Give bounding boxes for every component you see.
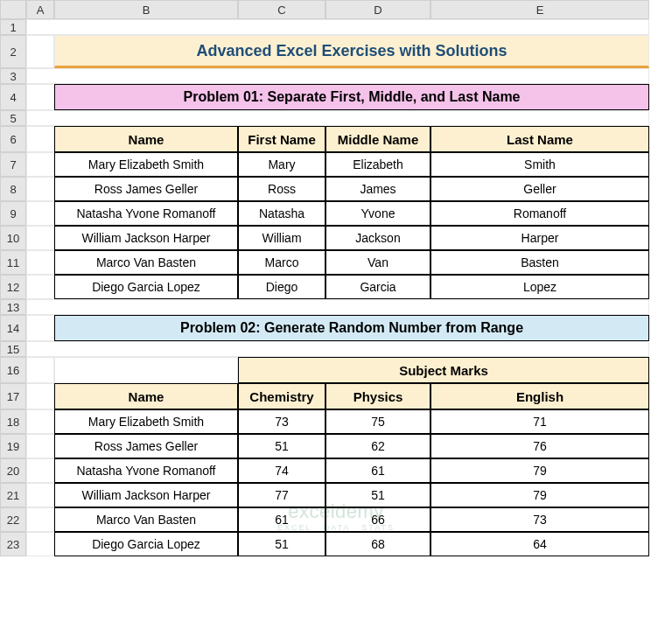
table2-cell[interactable]: 62 — [326, 434, 430, 458]
table2-cell[interactable]: 77 — [238, 483, 326, 507]
empty-cell[interactable] — [26, 409, 54, 434]
table2-cell[interactable]: 51 — [238, 434, 326, 458]
row-header[interactable]: 12 — [0, 275, 26, 299]
empty-cell[interactable] — [26, 315, 54, 341]
row-header[interactable]: 20 — [0, 458, 26, 483]
row-header[interactable]: 22 — [0, 507, 26, 532]
table2-cell[interactable]: 66 — [326, 507, 430, 532]
empty-cell[interactable] — [26, 250, 54, 275]
table2-cell[interactable]: 73 — [238, 409, 326, 434]
empty-cell[interactable] — [26, 507, 54, 532]
row-header[interactable]: 1 — [0, 19, 26, 35]
table1-cell[interactable]: William — [238, 226, 326, 250]
table2-cell[interactable]: 68 — [326, 532, 430, 556]
table1-cell[interactable]: Garcia — [326, 275, 430, 299]
table2-cell[interactable]: 61 — [326, 458, 430, 483]
row-header[interactable]: 8 — [0, 177, 26, 201]
row-header[interactable]: 5 — [0, 110, 26, 126]
table1-cell[interactable]: Smith — [430, 152, 649, 177]
empty-cell[interactable] — [54, 357, 238, 383]
empty-cell[interactable] — [26, 126, 54, 152]
empty-cell[interactable] — [26, 299, 649, 315]
empty-cell[interactable] — [26, 458, 54, 483]
table1-cell[interactable]: William Jackson Harper — [54, 226, 238, 250]
empty-cell[interactable] — [26, 226, 54, 250]
table1-cell[interactable]: Van — [326, 250, 430, 275]
table1-cell[interactable]: Marco — [238, 250, 326, 275]
col-header[interactable] — [0, 0, 26, 19]
table1-cell[interactable]: Natasha — [238, 201, 326, 226]
table1-cell[interactable]: Mary — [238, 152, 326, 177]
table1-cell[interactable]: Diego — [238, 275, 326, 299]
table2-cell[interactable]: 76 — [430, 434, 649, 458]
empty-cell[interactable] — [26, 110, 649, 126]
empty-cell[interactable] — [26, 84, 54, 110]
col-header[interactable]: A — [26, 0, 54, 19]
table1-cell[interactable]: Ross — [238, 177, 326, 201]
table2-header[interactable]: English — [430, 383, 649, 409]
table2-cell[interactable]: Ross James Geller — [54, 434, 238, 458]
empty-cell[interactable] — [26, 68, 649, 84]
table1-header[interactable]: Last Name — [430, 126, 649, 152]
table1-header[interactable]: First Name — [238, 126, 326, 152]
empty-cell[interactable] — [26, 434, 54, 458]
empty-cell[interactable] — [26, 532, 54, 556]
empty-cell[interactable] — [26, 357, 54, 383]
table1-header[interactable]: Name — [54, 126, 238, 152]
row-header[interactable]: 6 — [0, 126, 26, 152]
table2-cell[interactable]: William Jackson Harper — [54, 483, 238, 507]
table1-cell[interactable]: Natasha Yvone Romanoff — [54, 201, 238, 226]
table1-cell[interactable]: Harper — [430, 226, 649, 250]
empty-cell[interactable] — [26, 483, 54, 507]
row-header[interactable]: 14 — [0, 315, 26, 341]
row-header[interactable]: 16 — [0, 357, 26, 383]
table2-cell[interactable]: 79 — [430, 483, 649, 507]
empty-cell[interactable] — [26, 177, 54, 201]
table2-cell[interactable]: 73 — [430, 507, 649, 532]
table1-cell[interactable]: Diego Garcia Lopez — [54, 275, 238, 299]
table1-cell[interactable]: Yvone — [326, 201, 430, 226]
row-header[interactable]: 21 — [0, 483, 26, 507]
row-header[interactable]: 19 — [0, 434, 26, 458]
table1-cell[interactable]: Ross James Geller — [54, 177, 238, 201]
row-header[interactable]: 23 — [0, 532, 26, 556]
table1-cell[interactable]: Basten — [430, 250, 649, 275]
table2-header[interactable]: Physics — [326, 383, 430, 409]
empty-cell[interactable] — [26, 383, 54, 409]
row-header[interactable]: 11 — [0, 250, 26, 275]
table1-cell[interactable]: Lopez — [430, 275, 649, 299]
empty-cell[interactable] — [26, 341, 649, 357]
table2-cell[interactable]: Diego Garcia Lopez — [54, 532, 238, 556]
empty-cell[interactable] — [26, 35, 54, 68]
table2-cell[interactable]: 71 — [430, 409, 649, 434]
table2-cell[interactable]: Natasha Yvone Romanoff — [54, 458, 238, 483]
row-header[interactable]: 9 — [0, 201, 26, 226]
col-header[interactable]: D — [326, 0, 430, 19]
row-header[interactable]: 10 — [0, 226, 26, 250]
table2-cell[interactable]: 51 — [326, 483, 430, 507]
row-header[interactable]: 13 — [0, 299, 26, 315]
table2-cell[interactable]: 61 — [238, 507, 326, 532]
col-header[interactable]: E — [430, 0, 649, 19]
row-header[interactable]: 17 — [0, 383, 26, 409]
table1-header[interactable]: Middle Name — [326, 126, 430, 152]
table1-cell[interactable]: Elizabeth — [326, 152, 430, 177]
row-header[interactable]: 2 — [0, 35, 26, 68]
table1-cell[interactable]: Geller — [430, 177, 649, 201]
empty-cell[interactable] — [26, 19, 649, 35]
table2-cell[interactable]: 74 — [238, 458, 326, 483]
table2-cell[interactable]: 79 — [430, 458, 649, 483]
table1-cell[interactable]: James — [326, 177, 430, 201]
empty-cell[interactable] — [26, 275, 54, 299]
table1-cell[interactable]: Mary Elizabeth Smith — [54, 152, 238, 177]
table2-cell[interactable]: 64 — [430, 532, 649, 556]
empty-cell[interactable] — [26, 201, 54, 226]
table1-cell[interactable]: Romanoff — [430, 201, 649, 226]
table2-header[interactable]: Chemistry — [238, 383, 326, 409]
row-header[interactable]: 3 — [0, 68, 26, 84]
row-header[interactable]: 4 — [0, 84, 26, 110]
row-header[interactable]: 15 — [0, 341, 26, 357]
table2-cell[interactable]: 75 — [326, 409, 430, 434]
row-header[interactable]: 18 — [0, 409, 26, 434]
col-header[interactable]: B — [54, 0, 238, 19]
